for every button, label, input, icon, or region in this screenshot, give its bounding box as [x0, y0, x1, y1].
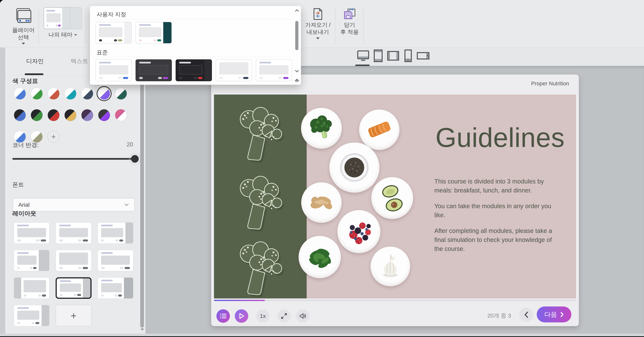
color-scheme-swatch[interactable] — [31, 109, 43, 121]
scroll-down-icon[interactable] — [140, 328, 144, 331]
expand-icon — [281, 313, 287, 319]
corner-radius-slider-thumb[interactable] — [131, 155, 139, 163]
add-layout-button[interactable]: + — [56, 305, 92, 326]
mini-sidebar-strip — [83, 278, 90, 298]
standard-theme-thumbnail[interactable] — [216, 59, 252, 81]
import-export-button[interactable]: 가져오기 / 내보내기 — [302, 0, 333, 47]
color-scheme-swatch[interactable] — [98, 109, 110, 121]
standard-theme-thumbnail[interactable] — [136, 59, 172, 81]
mini-content-area — [139, 28, 161, 37]
player-select-button[interactable]: 플레이어 선택 — [9, 0, 38, 47]
plate-ginger — [301, 182, 342, 223]
mini-player-controls — [17, 240, 46, 242]
mini-player-controls — [99, 39, 122, 42]
plate-chia — [329, 142, 380, 193]
playback-progress-bar[interactable] — [214, 300, 576, 301]
mini-title-bar — [17, 307, 29, 309]
apply-and-close-button[interactable]: 닫기 후 적용 — [337, 0, 362, 47]
slide-canvas: Guidelines This course is divided into 3… — [214, 94, 576, 298]
play-button[interactable] — [235, 309, 248, 323]
layout-thumbnail[interactable] — [14, 277, 50, 299]
device-tab-phone-portrait[interactable] — [401, 49, 416, 62]
dropdown-scrollbar-thumb[interactable] — [295, 21, 298, 50]
layout-thumbnail[interactable] — [56, 250, 92, 271]
fullscreen-button[interactable] — [277, 309, 291, 323]
corner-radius-slider[interactable] — [12, 158, 137, 160]
previous-slide-button[interactable] — [519, 308, 533, 322]
app-window: 플레이어 선택 나의 테마 — [0, 0, 644, 337]
mini-content-area — [219, 62, 248, 75]
color-scheme-swatch[interactable] — [115, 109, 127, 121]
standard-theme-thumbnail[interactable] — [96, 59, 132, 81]
standard-theme-thumbnail[interactable] — [176, 59, 212, 81]
mini-content-area — [17, 310, 39, 320]
color-scheme-swatch[interactable] — [64, 88, 76, 100]
color-scheme-swatch[interactable] — [81, 109, 93, 121]
tab-design[interactable]: 디자인 — [26, 57, 44, 65]
outline-menu-button[interactable] — [216, 309, 230, 323]
mini-player-controls — [59, 267, 88, 269]
mini-title-bar — [60, 280, 71, 282]
plate-spinach — [298, 236, 341, 278]
color-scheme-swatch[interactable] — [48, 88, 60, 100]
plate-garlic — [370, 246, 410, 286]
layout-thumbnail[interactable] — [14, 222, 50, 244]
layout-thumbnail[interactable] — [98, 277, 134, 299]
active-tab-indicator — [25, 74, 44, 75]
layout-thumbnail[interactable] — [56, 277, 92, 299]
apply-close-label-line2: 후 적용 — [340, 28, 359, 36]
layout-thumbnail[interactable] — [98, 250, 134, 271]
layout-thumbnail[interactable] — [98, 222, 134, 244]
device-tab-desktop[interactable] — [356, 49, 371, 62]
color-scheme-swatch[interactable] — [14, 88, 26, 100]
divider — [211, 92, 579, 92]
device-tab-tablet-portrait[interactable] — [371, 49, 386, 62]
color-scheme-swatch[interactable] — [48, 109, 60, 121]
mini-player-controls — [101, 267, 130, 269]
font-select-value: Arial — [18, 202, 30, 208]
color-scheme-swatch[interactable] — [115, 88, 127, 100]
import-export-label-line2: 내보내기 — [305, 28, 330, 36]
mini-content-area — [17, 228, 46, 237]
color-scheme-swatch[interactable] — [14, 131, 26, 143]
next-slide-button[interactable]: 다음 — [537, 306, 571, 322]
phone-landscape-icon — [416, 51, 430, 60]
scroll-up-icon[interactable] — [295, 9, 299, 12]
sidebar-scrollbar-thumb[interactable] — [140, 78, 144, 328]
mini-content-area — [60, 284, 81, 292]
dropdown-scrollbar[interactable] — [294, 8, 300, 83]
color-scheme-swatch[interactable] — [14, 109, 26, 121]
layout-thumbnail[interactable] — [14, 305, 50, 326]
scroll-down-icon[interactable] — [295, 70, 299, 73]
color-scheme-swatch[interactable] — [98, 88, 110, 100]
divider — [94, 19, 292, 19]
mini-title-bar — [59, 225, 71, 226]
sidebar-scrollbar[interactable] — [140, 76, 145, 328]
color-scheme-swatch[interactable] — [81, 88, 93, 100]
toolbar-divider — [363, 8, 364, 44]
mini-sidebar-strip — [62, 8, 70, 28]
device-tabs — [356, 49, 430, 62]
custom-theme-thumbnail[interactable] — [96, 22, 132, 44]
standard-theme-thumbnail[interactable] — [256, 59, 292, 81]
collapse-panel-icon[interactable] — [295, 79, 299, 82]
color-scheme-swatch[interactable] — [31, 88, 43, 100]
mini-player-controls — [101, 240, 123, 242]
device-tab-split-view[interactable] — [386, 49, 401, 62]
playback-speed-button[interactable]: 1x — [256, 309, 270, 323]
my-theme-mini-card[interactable] — [44, 8, 70, 29]
my-theme-button[interactable]: 나의 테마 — [43, 0, 83, 47]
chevron-right-icon — [560, 312, 564, 317]
color-scheme-swatch[interactable] — [31, 131, 43, 143]
device-tab-phone-landscape[interactable] — [416, 49, 430, 62]
slide-paragraph: This course is divided into 3 modules by… — [434, 177, 559, 195]
tab-text[interactable]: 텍스트 — [71, 57, 88, 65]
layout-thumbnail[interactable] — [14, 250, 50, 271]
color-scheme-swatch[interactable] — [64, 109, 76, 121]
custom-theme-thumbnail[interactable] — [136, 22, 172, 44]
plate-berries — [337, 210, 380, 253]
add-color-scheme-button[interactable]: + — [48, 131, 60, 143]
mini-player-controls — [139, 39, 161, 42]
layout-thumbnail[interactable] — [56, 222, 92, 244]
volume-button[interactable] — [296, 309, 310, 323]
